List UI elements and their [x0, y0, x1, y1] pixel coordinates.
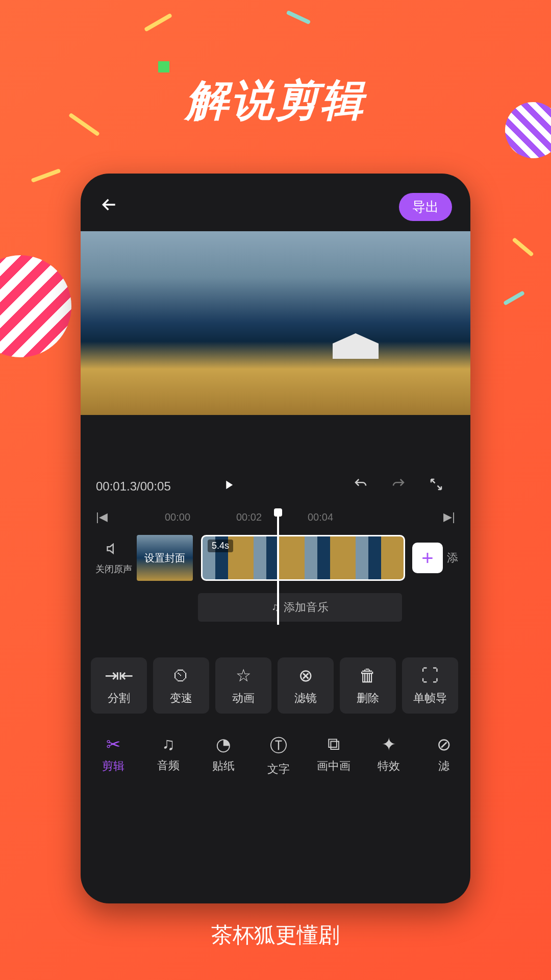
- topbar: 导出: [81, 174, 470, 231]
- playhead[interactable]: [277, 512, 279, 625]
- mute-original-button[interactable]: 关闭原声: [91, 541, 137, 575]
- tab-label: 文字: [267, 762, 290, 777]
- video-preview[interactable]: [81, 231, 470, 415]
- tool-label: 变速: [170, 691, 192, 706]
- tool-row: ⇥⇤分割⏲变速☆动画⊗滤镜🗑删除⛶单帧导: [81, 627, 470, 723]
- fullscreen-button[interactable]: [429, 477, 444, 496]
- set-cover-button[interactable]: 设置封面: [137, 535, 193, 581]
- time-current: 00:01.3: [96, 479, 137, 493]
- tool-icon: ⊗: [298, 665, 313, 685]
- tab-贴纸[interactable]: ◔贴纸: [196, 734, 251, 777]
- tool-label: 滤镜: [294, 691, 317, 706]
- tool-icon: 🗑: [359, 666, 377, 685]
- add-clip-button[interactable]: +: [412, 543, 443, 573]
- confetti: [512, 237, 534, 257]
- back-button[interactable]: [99, 194, 119, 219]
- timeline[interactable]: 关闭原声 设置封面 5.4s + 添: [81, 528, 470, 588]
- tab-icon: ⧉: [328, 734, 340, 754]
- tab-label: 音频: [157, 758, 180, 773]
- skip-start-button[interactable]: |◀: [96, 510, 142, 524]
- skip-end-button[interactable]: ▶|: [409, 510, 455, 524]
- tab-label: 滤: [438, 758, 449, 774]
- tool-label: 删除: [357, 691, 379, 706]
- playback-controls: 00:01.3/00:05: [81, 415, 470, 506]
- add-clip-label: 添: [447, 550, 458, 566]
- redo-button[interactable]: [391, 477, 406, 496]
- tab-label: 贴纸: [212, 758, 235, 774]
- tab-label: 画中画: [317, 758, 350, 774]
- tool-label: 动画: [232, 691, 255, 706]
- tab-icon: ◔: [216, 734, 231, 754]
- tab-滤[interactable]: ⊘滤: [416, 734, 470, 777]
- tool-label: 分割: [108, 691, 130, 706]
- add-music-button[interactable]: ♫ 添加音乐: [198, 593, 402, 622]
- tab-icon: ♫: [162, 734, 175, 754]
- tab-icon: Ⓣ: [270, 734, 287, 757]
- confetti: [31, 168, 61, 183]
- tab-音频[interactable]: ♫音频: [141, 734, 196, 777]
- mute-label: 关闭原声: [91, 563, 137, 575]
- confetti: [503, 290, 525, 305]
- page-headline: 解说剪辑: [0, 0, 551, 130]
- decorative-ball: [0, 255, 71, 357]
- tab-label: 剪辑: [102, 758, 124, 774]
- tab-icon: ✦: [382, 734, 396, 754]
- bottom-tabbar: ✂剪辑♫音频◔贴纸Ⓣ文字⧉画中画✦特效⊘滤: [81, 723, 470, 792]
- time-total: 00:05: [140, 479, 171, 493]
- ruler-tick: 00:04: [285, 511, 356, 523]
- tool-动画[interactable]: ☆动画: [215, 657, 271, 714]
- tool-icon: ☆: [236, 665, 251, 685]
- tool-删除[interactable]: 🗑删除: [340, 657, 396, 714]
- add-music-label: 添加音乐: [284, 600, 329, 615]
- footer-tagline: 茶杯狐更懂剧: [0, 921, 551, 949]
- tool-icon: ⇥⇤: [105, 665, 133, 685]
- tab-icon: ✂: [106, 734, 120, 754]
- phone-frame: 导出 00:01.3/00:05 |◀ 00:00 00:02 00:04 ▶|: [81, 174, 470, 903]
- tab-icon: ⊘: [437, 734, 451, 754]
- tool-变速[interactable]: ⏲变速: [153, 657, 209, 714]
- clip-duration: 5.4s: [208, 540, 233, 552]
- ruler-tick: 00:00: [142, 511, 213, 523]
- tab-剪辑[interactable]: ✂剪辑: [86, 734, 141, 777]
- export-button[interactable]: 导出: [399, 193, 452, 221]
- tool-icon: ⛶: [421, 666, 439, 685]
- tool-label: 单帧导: [413, 691, 447, 706]
- confetti: [158, 61, 169, 72]
- tab-label: 特效: [378, 758, 400, 774]
- tool-单帧导[interactable]: ⛶单帧导: [402, 657, 458, 714]
- undo-button[interactable]: [353, 477, 368, 496]
- tool-滤镜[interactable]: ⊗滤镜: [278, 657, 334, 714]
- tab-特效[interactable]: ✦特效: [361, 734, 416, 777]
- tool-分割[interactable]: ⇥⇤分割: [91, 657, 147, 714]
- play-button[interactable]: [198, 476, 259, 496]
- tab-画中画[interactable]: ⧉画中画: [306, 734, 361, 777]
- tab-文字[interactable]: Ⓣ文字: [251, 734, 306, 777]
- tool-icon: ⏲: [172, 666, 190, 685]
- time-display: 00:01.3/00:05: [96, 479, 198, 494]
- video-clip[interactable]: 5.4s: [201, 535, 405, 581]
- speaker-icon: [91, 541, 137, 560]
